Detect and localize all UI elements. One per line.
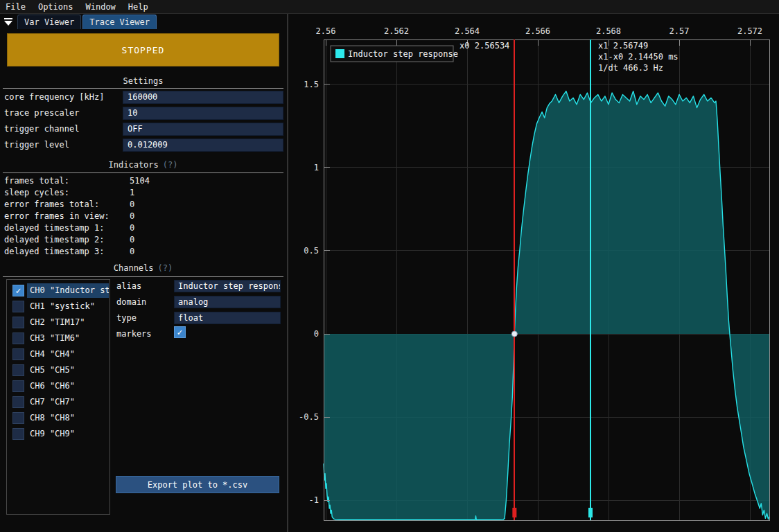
tab-strip: Var ViewerTrace Viewer xyxy=(17,15,158,29)
channel-label-ch7[interactable]: CH7 "CH7" xyxy=(27,395,109,409)
channels-help-icon[interactable]: (?) xyxy=(158,263,173,273)
channel-label-ch5[interactable]: CH5 "CH5" xyxy=(27,363,109,378)
marker-x1-handle[interactable] xyxy=(588,508,593,517)
collapse-tabs-icon[interactable] xyxy=(3,17,13,27)
channel-label-ch6[interactable]: CH6 "CH6" xyxy=(27,379,109,393)
menu-item-options[interactable]: Options xyxy=(38,2,73,12)
error-frames-in-view-value: 0 xyxy=(130,211,134,222)
channel-checkbox-ch0[interactable]: ✓ xyxy=(12,285,24,296)
channel-checkbox-ch3[interactable] xyxy=(12,332,24,344)
channel-checkbox-ch6[interactable] xyxy=(12,380,24,392)
trigger-level-input[interactable]: 0.012009 xyxy=(123,139,283,152)
menu-item-file[interactable]: File xyxy=(6,2,26,12)
channel-label-ch8[interactable]: CH8 "CH8" xyxy=(27,411,109,425)
sleep-cycles-label: sleep cycles: xyxy=(4,187,69,199)
channels-section-title: Channels(?) xyxy=(0,263,286,273)
menubar: FileOptionsWindowHelp xyxy=(0,0,779,14)
settings-title-text: Settings xyxy=(123,76,164,86)
x-axis-label: 2.572 xyxy=(737,26,762,36)
y-axis-label: -0.5 xyxy=(299,412,319,422)
channel-row-ch7[interactable]: CH7 "CH7" xyxy=(7,394,110,410)
tab-trace-viewer[interactable]: Trace Viewer xyxy=(82,15,157,29)
menu-item-window[interactable]: Window xyxy=(85,2,115,12)
trace-prescaler-label: trace prescaler xyxy=(4,107,79,120)
marker-x0-handle[interactable] xyxy=(512,508,516,517)
channels-title-text: Channels xyxy=(114,263,154,273)
type-label: type xyxy=(116,312,137,324)
tab-var-viewer[interactable]: Var Viewer xyxy=(17,15,81,29)
frames-total-value: 5104 xyxy=(130,175,150,187)
alias-input[interactable]: Inductor step respons xyxy=(174,280,281,292)
series-area xyxy=(324,91,769,520)
channel-row-ch4[interactable]: CH4 "CH4" xyxy=(7,346,110,362)
legend-label: Inductor step response xyxy=(348,49,458,59)
trigger-channel-input[interactable]: OFF xyxy=(123,123,283,136)
indicators-section-title: Indicators(?) xyxy=(0,160,286,170)
core-frequency-khz-input[interactable]: 160000 xyxy=(123,91,283,104)
channel-label-ch9[interactable]: CH9 "CH9" xyxy=(27,427,109,441)
y-axis-label: 0 xyxy=(314,329,319,339)
channel-checkbox-ch4[interactable] xyxy=(12,348,24,360)
channel-row-ch1[interactable]: CH1 "systick" xyxy=(7,299,110,314)
markers-checkbox[interactable]: ✓ xyxy=(174,326,186,338)
indicators-title-text: Indicators xyxy=(109,160,159,170)
channel-row-ch6[interactable]: CH6 "CH6" xyxy=(7,378,110,394)
x-axis-label: 2.56 xyxy=(316,26,336,36)
y-axis-label: -1 xyxy=(309,495,319,505)
channel-checkbox-ch2[interactable] xyxy=(12,317,24,328)
trace-plot[interactable]: 2.562.5622.5642.5662.5682.572.5721.510.5… xyxy=(291,19,779,532)
channel-row-ch2[interactable]: CH2 "TIM17" xyxy=(7,314,110,330)
delayed-timestamp-2-value: 0 xyxy=(130,234,134,246)
domain-label: domain xyxy=(116,296,146,308)
separator xyxy=(3,88,283,89)
channel-checkbox-ch7[interactable] xyxy=(12,396,24,408)
trace-prescaler-input[interactable]: 10 xyxy=(123,107,283,120)
tabbar: Var ViewerTrace Viewer xyxy=(0,14,158,29)
settings-section-title: Settings xyxy=(0,76,286,86)
stopped-button[interactable]: STOPPED xyxy=(7,33,279,66)
channel-row-ch8[interactable]: CH8 "CH8" xyxy=(7,410,110,426)
x-axis-label: 2.57 xyxy=(669,26,690,36)
error-frames-total-label: error frames total: xyxy=(4,199,99,211)
channel-checkbox-ch9[interactable] xyxy=(12,428,24,440)
menu-item-help[interactable]: Help xyxy=(128,2,148,12)
error-frames-total-value: 0 xyxy=(130,199,134,211)
x-axis-label: 2.562 xyxy=(384,26,409,36)
channel-row-ch3[interactable]: CH3 "TIM6" xyxy=(7,330,110,346)
frames-total-label: frames total: xyxy=(4,175,69,187)
domain-input[interactable]: analog xyxy=(174,296,281,308)
marker-x1-label: x1 2.56749 xyxy=(598,41,648,51)
alias-label: alias xyxy=(116,280,141,292)
export-csv-button[interactable]: Export plot to *.csv xyxy=(116,476,279,493)
sleep-cycles-value: 1 xyxy=(130,187,134,199)
type-input[interactable]: float xyxy=(174,312,281,324)
indicators-help-icon[interactable]: (?) xyxy=(163,160,178,170)
channel-checkbox-ch5[interactable] xyxy=(12,364,24,376)
channel-label-ch4[interactable]: CH4 "CH4" xyxy=(27,347,109,362)
delayed-timestamp-3-label: delayed timestamp 3: xyxy=(4,246,105,258)
marker-x0-label: x0 2.56534 xyxy=(459,41,509,51)
channel-label-ch2[interactable]: CH2 "TIM17" xyxy=(27,315,109,330)
delayed-timestamp-1-label: delayed timestamp 1: xyxy=(4,222,105,234)
separator xyxy=(3,276,283,277)
trigger-channel-label: trigger channel xyxy=(4,123,79,136)
channel-row-ch9[interactable]: CH9 "CH9" xyxy=(7,426,110,442)
legend-swatch xyxy=(335,49,344,58)
delayed-timestamp-1-value: 0 xyxy=(130,222,134,234)
separator xyxy=(3,172,283,173)
channel-checkbox-ch8[interactable] xyxy=(12,412,24,424)
trigger-level-label: trigger level xyxy=(4,139,69,152)
channel-label-ch1[interactable]: CH1 "systick" xyxy=(27,299,109,314)
channel-row-ch0[interactable]: ✓CH0 "Inductor st xyxy=(7,283,110,299)
marker-extra-label-1: 1/dt 466.3 Hz xyxy=(598,63,663,73)
x-axis-label: 2.568 xyxy=(596,26,621,36)
channel-checkbox-ch1[interactable] xyxy=(12,301,24,312)
channel-row-ch5[interactable]: CH5 "CH5" xyxy=(7,362,110,378)
x-axis-label: 2.566 xyxy=(525,26,550,36)
channel-label-ch0[interactable]: CH0 "Inductor st xyxy=(27,283,109,298)
channels-list: ✓CH0 "Inductor stCH1 "systick"CH2 "TIM17… xyxy=(6,279,110,515)
y-axis-label: 1.5 xyxy=(304,80,319,89)
channel-label-ch3[interactable]: CH3 "TIM6" xyxy=(27,331,109,346)
delayed-timestamp-3-value: 0 xyxy=(130,246,134,258)
x-axis-label: 2.564 xyxy=(455,26,480,36)
